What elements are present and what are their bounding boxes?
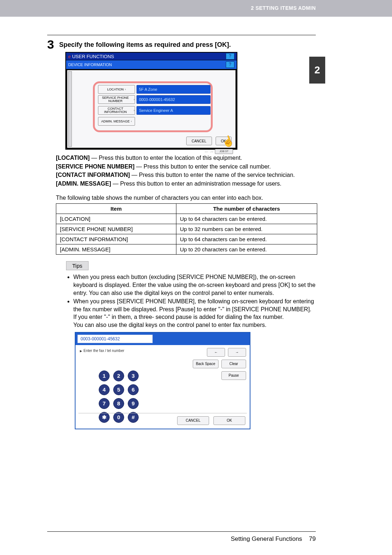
contact-info-button[interactable]: CONTACT INFORMATION›	[98, 106, 135, 115]
keypad-instruction: Enter the fax / tel number	[80, 349, 124, 353]
header-section: 2 SETTING ITEMS ADMIN	[251, 5, 316, 11]
divider	[78, 413, 247, 413]
chevron-right-icon: ›	[134, 109, 135, 112]
chevron-right-icon: ›	[131, 120, 132, 123]
key-2[interactable]: 2	[113, 370, 124, 381]
service-phone-value: 0003-000001-45632	[136, 95, 211, 104]
field-descriptions: [LOCATION] — Press this button to enter …	[56, 154, 316, 187]
numeric-keypad: 1 2 3 4 5 6 7 8 9 ✱	[99, 370, 139, 426]
key-star[interactable]: ✱	[99, 412, 110, 423]
backspace-button[interactable]: Back Space	[193, 360, 219, 368]
key-7[interactable]: 7	[99, 398, 110, 409]
location-button[interactable]: LOCATION›	[98, 85, 135, 94]
admin-message-button[interactable]: ADMIN. MESSAGE›	[98, 117, 135, 126]
keypad-screenshot: 0003-000001-45632 Enter the fax / tel nu…	[75, 332, 250, 429]
table-row: [LOCATION]Up to 64 characters can be ent…	[56, 214, 317, 224]
tips-label: Tips	[66, 261, 89, 270]
key-0[interactable]: 0	[113, 412, 124, 423]
pointer-icon: ☝	[220, 134, 236, 149]
fax-number-input[interactable]: 0003-000001-45632	[77, 335, 153, 343]
step-number: 3	[47, 38, 54, 50]
header-bar: 2 SETTING ITEMS ADMIN	[0, 0, 392, 17]
table-row: [SERVICE PHONE NUMBER]Up to 32 numbers c…	[56, 224, 317, 234]
key-hash[interactable]: #	[128, 412, 139, 423]
footer: Setting General Functions 79	[231, 535, 316, 543]
help-icon[interactable]: ?	[226, 53, 234, 60]
list-item: When you press each button (excluding [S…	[73, 273, 316, 297]
pause-button[interactable]: Pause	[221, 371, 246, 380]
arrow-right-button[interactable]: →	[228, 348, 246, 357]
job-status-chip[interactable]: JOB ST	[215, 149, 233, 154]
location-value: 5F A Zone	[136, 85, 211, 94]
list-item: When you press [SERVICE PHONE NUMBER], t…	[73, 297, 316, 329]
keypad-ok-button[interactable]: OK	[213, 416, 245, 425]
footer-rule	[47, 531, 316, 532]
table-row: [ADMIN. MESSAGE]Up to 20 characters can …	[56, 244, 317, 255]
rule-top	[47, 35, 316, 35]
page-number: 79	[309, 535, 316, 542]
step-title: Specify the following items as required …	[59, 38, 231, 49]
clear-button[interactable]: Clear	[221, 360, 246, 368]
key-9[interactable]: 9	[128, 398, 139, 409]
device-title: USER FUNCTIONS	[72, 54, 114, 59]
footer-title: Setting General Functions	[231, 535, 302, 542]
device-logo: e	[68, 54, 71, 59]
arrow-left-button[interactable]: ←	[207, 348, 225, 357]
chevron-right-icon: ›	[134, 98, 135, 101]
table-row: [CONTACT INFORMATION]Up to 64 characters…	[56, 234, 317, 244]
key-6[interactable]: 6	[128, 384, 139, 395]
keypad-cancel-button[interactable]: CANCEL	[177, 416, 209, 425]
key-1[interactable]: 1	[99, 370, 110, 381]
chevron-right-icon: ›	[125, 88, 126, 91]
contact-info-value: Service Engineer A	[136, 106, 211, 115]
key-4[interactable]: 4	[99, 384, 110, 395]
cancel-button[interactable]: CANCEL	[186, 137, 212, 145]
char-limit-table: ItemThe number of characters [LOCATION]U…	[56, 203, 317, 255]
device-subtitle: DEVICE INFORMATION	[68, 62, 112, 67]
device-info-screenshot: eUSER FUNCTIONS ? DEVICE INFORMATION ? L…	[65, 52, 237, 150]
scrollbar[interactable]	[68, 71, 72, 147]
key-5[interactable]: 5	[113, 384, 124, 395]
help-icon[interactable]: ?	[226, 61, 234, 68]
clock: 10 : 26	[205, 150, 213, 153]
service-phone-button[interactable]: SERVICE PHONE NUMBER›	[98, 95, 135, 104]
table-intro: The following table shows the number of …	[56, 195, 316, 201]
key-3[interactable]: 3	[128, 370, 139, 381]
tips-list: When you press each button (excluding [S…	[66, 273, 316, 329]
key-8[interactable]: 8	[113, 398, 124, 409]
